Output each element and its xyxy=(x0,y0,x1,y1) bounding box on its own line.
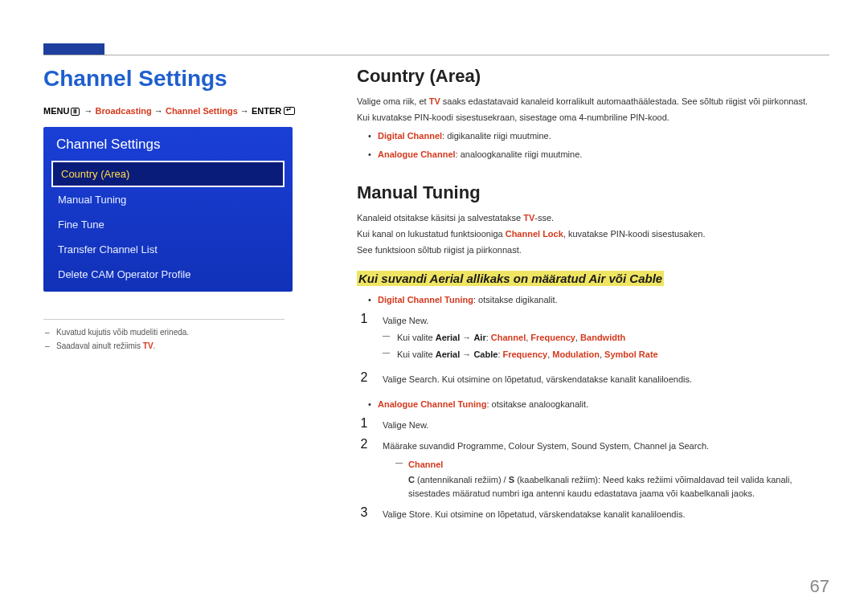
heading-country: Country (Area) xyxy=(357,66,829,87)
analogue-step-1: 1 Valige New. xyxy=(357,416,829,432)
manual-p1: Kanaleid otsitakse käsitsi ja salvestata… xyxy=(357,211,829,225)
analogue-step-3: 3 Valige Store. Kui otsimine on lõpetatu… xyxy=(357,505,829,521)
menu-icon: Ⅲ xyxy=(71,108,80,116)
sub-channel-label: Channel xyxy=(383,458,829,472)
sub-channel-body: C (antennikanali režiim) / S (kaabelkana… xyxy=(383,473,829,501)
dash-aerial-air: Kui valite Aerial → Air: Channel, Freque… xyxy=(383,331,829,345)
country-intro: Valige oma riik, et TV saaks edastatavai… xyxy=(357,95,829,108)
content-column: Country (Area) Valige oma riik, et TV sa… xyxy=(357,66,829,526)
bullet-analogue-tuning: Analogue Channel Tuning: otsitakse analo… xyxy=(357,398,829,411)
footnote-2: Saadaval ainult režiimis TV. xyxy=(56,341,309,350)
panel-item-transfer[interactable]: Transfer Channel List xyxy=(43,237,293,262)
heading-manual-tuning: Manual Tuning xyxy=(357,182,829,203)
panel-item-fine-tune[interactable]: Fine Tune xyxy=(43,212,293,237)
dash-aerial-cable: Kui valite Aerial → Cable: Frequency, Mo… xyxy=(383,348,829,362)
breadcrumb: MENUⅢ → Broadcasting → Channel Settings … xyxy=(43,106,309,116)
footnote-separator xyxy=(43,319,285,320)
header-rule xyxy=(43,55,829,55)
panel-item-manual-tuning[interactable]: Manual Tuning xyxy=(43,187,293,212)
left-column: Channel Settings MENUⅢ → Broadcasting → … xyxy=(43,66,309,526)
header-accent-bar xyxy=(43,43,104,55)
panel-title: Channel Settings xyxy=(43,127,293,161)
country-pin: Kui kuvatakse PIN-koodi sisestusekraan, … xyxy=(357,111,829,125)
page-number: 67 xyxy=(810,576,829,597)
digital-step-2: 2 Valige Search. Kui otsimine on lõpetat… xyxy=(357,370,829,386)
manual-p3: See funktsioon sõltub riigist ja piirkon… xyxy=(357,243,829,257)
bullet-analogue-channel: Analogue Channel: analoogkanalite riigi … xyxy=(357,148,829,161)
bullet-digital-channel: Digital Channel: digikanalite riigi muut… xyxy=(357,129,829,143)
panel-item-country[interactable]: Country (Area) xyxy=(51,161,285,187)
analogue-step-2: 2 Määrake suvandid Programme, Colour Sys… xyxy=(357,437,829,501)
digital-step-1: 1 Valige New. Kui valite Aerial → Air: C… xyxy=(357,312,829,365)
bullet-digital-tuning: Digital Channel Tuning: otsitakse digika… xyxy=(357,293,829,307)
footnote-1: Kuvatud kujutis võib mudeliti erineda. xyxy=(56,328,309,337)
enter-icon xyxy=(284,107,295,115)
panel-item-delete-cam[interactable]: Delete CAM Operator Profile xyxy=(43,262,293,287)
page-title: Channel Settings xyxy=(43,66,309,92)
settings-panel: Channel Settings Country (Area) Manual T… xyxy=(43,127,293,292)
subheading-aerial: Kui suvandi Aerial allikaks on määratud … xyxy=(357,272,829,285)
manual-p2: Kui kanal on lukustatud funktsiooniga Ch… xyxy=(357,227,829,241)
